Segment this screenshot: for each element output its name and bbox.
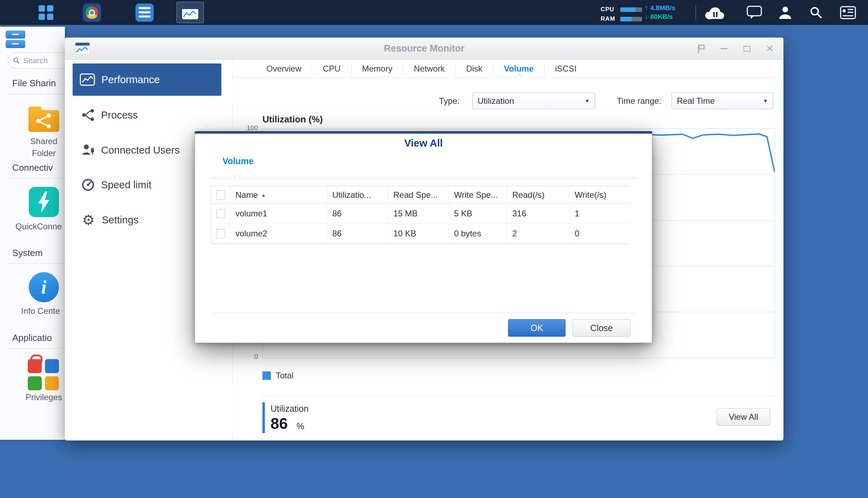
info-center-icon[interactable]: i (29, 272, 59, 302)
control-panel-app-icon (6, 31, 25, 48)
minimize-icon[interactable] (716, 38, 733, 60)
section-file-sharing: File Sharin (12, 78, 56, 89)
window-titlebar[interactable]: Resource Monitor ✕ (65, 38, 783, 60)
section-system: System (12, 248, 43, 258)
maximize-icon[interactable] (739, 38, 755, 60)
pin-icon[interactable] (693, 38, 710, 60)
ram-meter: RAM (601, 15, 642, 22)
taskbar: CPU RAM ↑ 4.8MB/s ↓ 80KB/s (0, 0, 868, 25)
chevron-down-icon: ▼ (763, 98, 768, 104)
cloud-sync-button[interactable] (701, 0, 728, 25)
cell-write-speed[interactable]: 5 KB (449, 204, 507, 224)
quickconnect-label[interactable]: QuickConne (15, 222, 62, 231)
resource-monitor-window-icon (75, 42, 90, 55)
section-divider (8, 263, 65, 264)
close-icon[interactable]: ✕ (761, 38, 778, 60)
resource-monitor-icon (182, 6, 198, 19)
cell-read-speed[interactable]: 10 KB (388, 224, 449, 244)
tab-overview[interactable]: Overview (256, 63, 312, 75)
privileges-icon[interactable] (28, 359, 59, 390)
apps-grid-icon (39, 5, 53, 20)
column-header-write-s[interactable]: Write(/s) (570, 186, 629, 204)
time-range-select[interactable]: Real Time ▼ (672, 93, 773, 109)
table-row-checkbox-cell (211, 224, 231, 244)
tab-disk[interactable]: Disk (455, 63, 493, 75)
column-header-utilization[interactable]: Utilizatio... (327, 186, 388, 204)
sidebar-item-process[interactable]: Process (65, 105, 233, 126)
tab-network[interactable]: Network (403, 63, 455, 75)
summary-divider (262, 396, 775, 396)
type-select[interactable]: Utilization ▼ (472, 93, 595, 109)
panel-search-box[interactable] (8, 53, 65, 68)
quickconnect-icon[interactable] (29, 187, 59, 217)
cell-utilization[interactable]: 86 (327, 224, 388, 244)
chat-button[interactable] (743, 0, 766, 25)
section-divider (8, 348, 65, 349)
dialog-title[interactable]: View All (195, 137, 652, 149)
close-button[interactable]: Close (573, 319, 630, 337)
y-axis-tick-0: 0 (232, 353, 258, 361)
dialog-tab-volume[interactable]: Volume (222, 156, 253, 166)
column-header-write-speed[interactable]: Write Spe... (449, 186, 507, 204)
info-center-label[interactable]: Info Cente (21, 306, 60, 316)
ok-button[interactable]: OK (508, 319, 566, 337)
search-input[interactable] (23, 56, 65, 65)
time-range-label: Time range: (605, 93, 661, 109)
shared-folder-label[interactable]: Shared Folder (17, 135, 65, 159)
process-icon (81, 108, 95, 122)
cell-read-speed[interactable]: 15 MB (388, 204, 449, 224)
cell-name[interactable]: volume2 (231, 224, 327, 244)
cell-read-s[interactable]: 316 (507, 204, 570, 224)
global-search-button[interactable] (805, 0, 827, 25)
cell-name[interactable]: volume1 (231, 204, 327, 224)
column-header-read-speed[interactable]: Read Spe... (388, 186, 449, 204)
file-station-icon (135, 4, 154, 22)
sidebar-item-performance[interactable]: Performance (73, 63, 221, 96)
cell-utilization[interactable]: 86 (327, 204, 388, 224)
view-all-button[interactable]: View All (717, 408, 770, 426)
column-header-name[interactable]: Name ▲ (231, 186, 327, 204)
legend-label-total: Total (276, 371, 294, 381)
search-icon (809, 6, 823, 20)
privileges-label[interactable]: Privileges (17, 391, 65, 403)
select-all-checkbox[interactable] (216, 190, 225, 200)
taskbar-divider (695, 5, 696, 20)
upload-speed: ↑ 4.8MB/s (645, 4, 675, 12)
section-applications: Applicatio (12, 332, 52, 343)
widget-panel-button[interactable] (836, 0, 860, 25)
cell-read-s[interactable]: 2 (507, 224, 570, 244)
resource-monitor-app-button[interactable] (176, 2, 204, 23)
chart-legend: Total (262, 371, 294, 381)
sort-asc-icon: ▲ (261, 192, 266, 198)
summary-label: Utilization (271, 404, 308, 414)
file-station-app-button[interactable] (131, 0, 159, 25)
storage-manager-app-button[interactable] (78, 0, 106, 25)
y-axis-tick-100: 100 (232, 124, 258, 132)
system-load-meter[interactable]: CPU RAM (601, 6, 642, 22)
cell-write-speed[interactable]: 0 bytes (449, 224, 507, 244)
search-icon (13, 57, 20, 64)
tab-cpu[interactable]: CPU (312, 63, 351, 75)
network-speed-indicator: ↑ 4.8MB/s ↓ 80KB/s (645, 4, 675, 21)
row-checkbox[interactable] (216, 209, 225, 218)
chat-bubble-icon (746, 5, 762, 20)
tab-volume[interactable]: Volume (493, 63, 544, 75)
cell-write-s[interactable]: 0 (570, 224, 629, 244)
section-connectivity: Connectiv (12, 162, 53, 173)
ram-label: RAM (601, 15, 617, 22)
storage-manager-icon (83, 4, 101, 22)
tab-iscsi[interactable]: iSCSI (544, 63, 587, 75)
column-header-read-s[interactable]: Read(/s) (507, 186, 570, 204)
cell-write-s[interactable]: 1 (570, 204, 629, 224)
cloud-pause-icon (703, 5, 726, 20)
main-menu-button[interactable] (31, 0, 61, 25)
volume-table: Name ▲ Utilizatio... Read Spe... Write S… (211, 186, 629, 244)
chevron-down-icon: ▼ (585, 98, 590, 104)
shared-folder-icon[interactable] (28, 110, 59, 132)
dialog-header-stripe (195, 131, 652, 134)
row-checkbox[interactable] (216, 229, 225, 238)
tab-memory[interactable]: Memory (351, 63, 403, 75)
section-divider (8, 178, 65, 179)
user-account-button[interactable] (774, 0, 796, 25)
upload-arrow-icon: ↑ (645, 4, 648, 12)
